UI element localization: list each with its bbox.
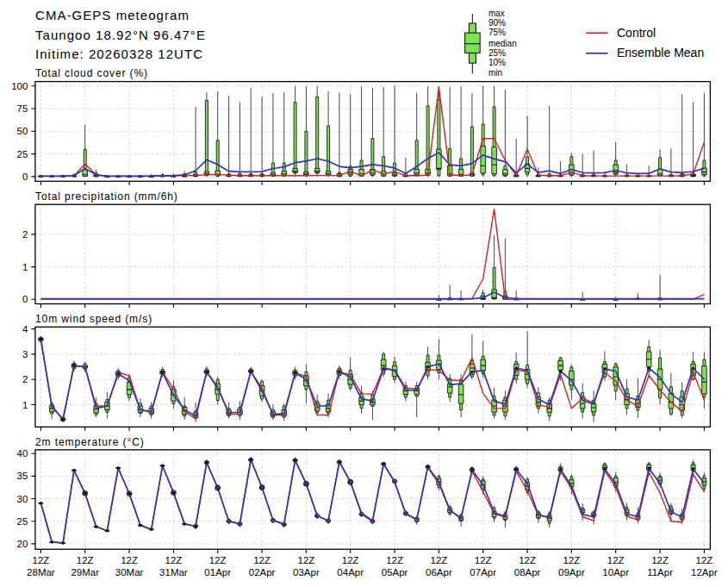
svg-text:12Apr: 12Apr bbox=[691, 567, 718, 578]
svg-text:90%: 90% bbox=[488, 18, 506, 28]
svg-text:29Mar: 29Mar bbox=[71, 567, 99, 578]
svg-text:max: max bbox=[488, 9, 505, 18]
svg-text:08Apr: 08Apr bbox=[514, 567, 541, 578]
svg-text:05Apr: 05Apr bbox=[382, 567, 408, 578]
svg-text:Control: Control bbox=[617, 26, 656, 40]
svg-text:09Apr: 09Apr bbox=[558, 567, 585, 578]
svg-text:12Z: 12Z bbox=[563, 555, 580, 565]
svg-text:median: median bbox=[488, 39, 517, 48]
svg-text:12Z: 12Z bbox=[253, 555, 271, 565]
svg-text:28Mar: 28Mar bbox=[27, 567, 55, 578]
svg-text:12Z: 12Z bbox=[32, 555, 49, 565]
svg-text:1: 1 bbox=[22, 262, 28, 272]
svg-text:35: 35 bbox=[17, 471, 28, 481]
svg-text:Total cloud cover (%): Total cloud cover (%) bbox=[35, 67, 148, 79]
svg-text:12Z: 12Z bbox=[297, 555, 314, 565]
svg-text:0: 0 bbox=[22, 294, 28, 304]
svg-text:10m wind speed (m/s): 10m wind speed (m/s) bbox=[35, 313, 152, 325]
svg-text:12Z: 12Z bbox=[651, 555, 669, 565]
svg-text:03Apr: 03Apr bbox=[293, 567, 320, 578]
svg-text:Initime: 20260328 12UTC: Initime: 20260328 12UTC bbox=[35, 47, 203, 61]
svg-text:4: 4 bbox=[22, 324, 28, 334]
svg-text:25%: 25% bbox=[488, 48, 506, 58]
svg-text:06Apr: 06Apr bbox=[426, 567, 452, 578]
svg-text:12Z: 12Z bbox=[209, 555, 227, 565]
svg-text:30Mar: 30Mar bbox=[115, 567, 144, 578]
svg-text:Taungoo 18.92°N 96.47°E: Taungoo 18.92°N 96.47°E bbox=[35, 28, 206, 42]
svg-text:25: 25 bbox=[17, 149, 28, 159]
svg-text:75%: 75% bbox=[488, 28, 506, 37]
svg-text:2: 2 bbox=[22, 374, 28, 384]
svg-text:12Z: 12Z bbox=[695, 555, 712, 565]
svg-text:12Z: 12Z bbox=[77, 555, 94, 565]
svg-text:12Z: 12Z bbox=[430, 555, 447, 565]
svg-text:25: 25 bbox=[17, 516, 28, 527]
svg-text:12Z: 12Z bbox=[475, 555, 492, 565]
svg-text:10%: 10% bbox=[488, 58, 506, 67]
svg-text:11Apr: 11Apr bbox=[647, 567, 673, 578]
svg-text:1: 1 bbox=[22, 400, 28, 410]
svg-text:04Apr: 04Apr bbox=[337, 567, 364, 578]
svg-text:12Z: 12Z bbox=[121, 555, 138, 565]
svg-text:75: 75 bbox=[17, 103, 28, 114]
svg-text:3: 3 bbox=[22, 349, 28, 359]
svg-text:20: 20 bbox=[17, 539, 28, 549]
svg-text:Ensemble Mean: Ensemble Mean bbox=[617, 46, 704, 59]
svg-text:12Z: 12Z bbox=[165, 555, 182, 565]
svg-text:100: 100 bbox=[11, 81, 28, 91]
svg-text:30: 30 bbox=[17, 494, 28, 504]
svg-text:12Z: 12Z bbox=[342, 555, 359, 565]
svg-text:0: 0 bbox=[22, 172, 28, 182]
svg-text:CMA-GEPS meteogram: CMA-GEPS meteogram bbox=[35, 8, 190, 22]
svg-text:40: 40 bbox=[17, 448, 28, 459]
svg-text:10Apr: 10Apr bbox=[602, 567, 629, 578]
svg-text:02Apr: 02Apr bbox=[249, 567, 276, 578]
svg-text:12Z: 12Z bbox=[519, 555, 536, 565]
svg-text:12Z: 12Z bbox=[386, 555, 403, 565]
svg-text:min: min bbox=[488, 68, 502, 78]
svg-text:12Z: 12Z bbox=[607, 555, 625, 565]
svg-text:2m temperature (°C): 2m temperature (°C) bbox=[35, 436, 145, 448]
svg-text:07Apr: 07Apr bbox=[470, 567, 496, 578]
svg-text:31Mar: 31Mar bbox=[159, 567, 188, 578]
svg-text:Total precipitation (mm/6h): Total precipitation (mm/6h) bbox=[35, 190, 178, 203]
svg-text:2: 2 bbox=[22, 229, 28, 240]
svg-text:50: 50 bbox=[17, 126, 28, 136]
svg-text:01Apr: 01Apr bbox=[204, 567, 231, 578]
